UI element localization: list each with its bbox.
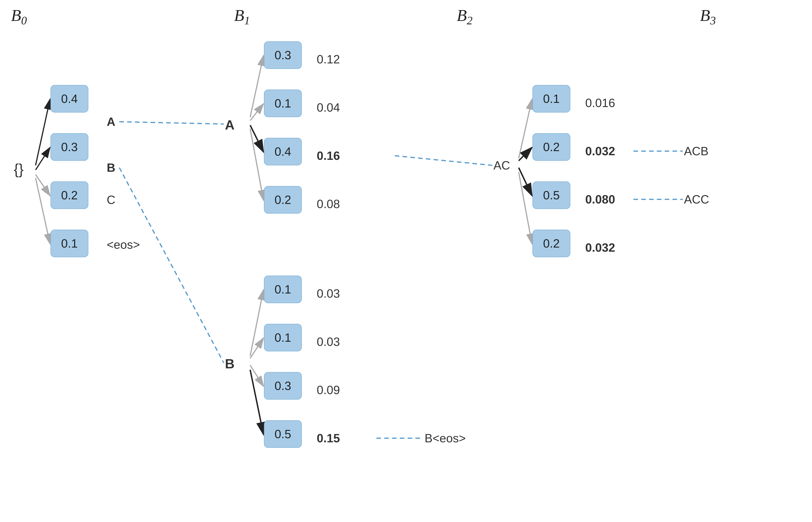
- header-b0: B0: [11, 6, 27, 27]
- b0-label-eos: <eos>: [107, 238, 140, 252]
- svg-line-16: [519, 147, 532, 161]
- b3-label-ACC: ACC: [684, 193, 709, 206]
- b1-b-node-05: 0.5: [264, 420, 302, 448]
- empty-set-label: {}: [14, 161, 24, 178]
- svg-line-8: [250, 125, 264, 152]
- svg-line-14: [395, 156, 492, 165]
- b1-prob-004: 0.04: [317, 101, 340, 114]
- b1-prob-015: 0.15: [317, 431, 340, 445]
- b2-label-AC: AC: [494, 158, 510, 172]
- svg-line-15: [519, 99, 532, 158]
- b1-a-node-02: 0.2: [264, 186, 302, 214]
- b2-node-01: 0.1: [533, 85, 570, 113]
- svg-line-1: [36, 147, 50, 170]
- b2-prob-0080: 0.080: [585, 193, 615, 206]
- b2-prob-0016: 0.016: [585, 96, 615, 110]
- b3-label-ACB: ACB: [684, 144, 708, 158]
- diagram: B0 B1 B2 B3 {} 0.4 0.3 0.2 0.1 A B C <eo…: [0, 0, 812, 522]
- b2-prob-0032b: 0.032: [585, 241, 615, 255]
- b2-node-02b: 0.2: [533, 230, 570, 257]
- svg-line-7: [250, 104, 264, 121]
- b1-prob-003b: 0.03: [317, 335, 340, 348]
- arrows-svg: [0, 0, 812, 522]
- header-b1: B1: [234, 6, 250, 27]
- b1-prob-008: 0.08: [317, 197, 340, 211]
- header-b3: B3: [700, 6, 716, 27]
- b0-node-02: 0.2: [50, 181, 88, 209]
- b1-prob-003a: 0.03: [317, 287, 340, 300]
- b1-a-node-03: 0.3: [264, 41, 302, 69]
- header-b2: B2: [457, 6, 473, 27]
- svg-line-6: [250, 56, 264, 117]
- b1-label-B: B: [225, 356, 234, 372]
- svg-line-0: [36, 99, 50, 165]
- b1-b-node-01a: 0.1: [264, 276, 302, 303]
- b1-b-node-01b: 0.1: [264, 324, 302, 352]
- b0-node-04: 0.4: [50, 85, 88, 113]
- b1-a-node-04: 0.4: [264, 138, 302, 165]
- svg-line-18: [519, 172, 532, 244]
- b0-node-01: 0.1: [50, 230, 88, 257]
- svg-line-3: [36, 178, 50, 244]
- svg-line-13: [250, 370, 264, 435]
- b2-node-05: 0.5: [533, 181, 570, 209]
- b1-prob-009: 0.09: [317, 383, 340, 397]
- svg-line-2: [36, 175, 50, 196]
- b1-a-node-01: 0.1: [264, 89, 302, 117]
- b1-prob-016: 0.16: [317, 149, 340, 163]
- b2-prob-0032a: 0.032: [585, 144, 615, 158]
- b0-label-B: B: [107, 161, 116, 175]
- svg-line-10: [250, 290, 264, 356]
- svg-line-11: [250, 338, 264, 358]
- b0-label-A: A: [107, 115, 116, 128]
- svg-line-4: [119, 122, 224, 124]
- svg-line-17: [519, 168, 532, 196]
- b1-prob-012: 0.12: [317, 52, 340, 66]
- svg-line-9: [250, 128, 264, 200]
- svg-line-5: [119, 168, 224, 363]
- b1-dashed-beos: B<eos>: [424, 431, 466, 445]
- b2-node-02a: 0.2: [533, 133, 570, 161]
- svg-line-12: [250, 365, 264, 386]
- b1-label-A: A: [225, 117, 234, 133]
- b0-label-C: C: [107, 193, 116, 207]
- b1-b-node-03: 0.3: [264, 372, 302, 400]
- b0-node-03: 0.3: [50, 133, 88, 161]
